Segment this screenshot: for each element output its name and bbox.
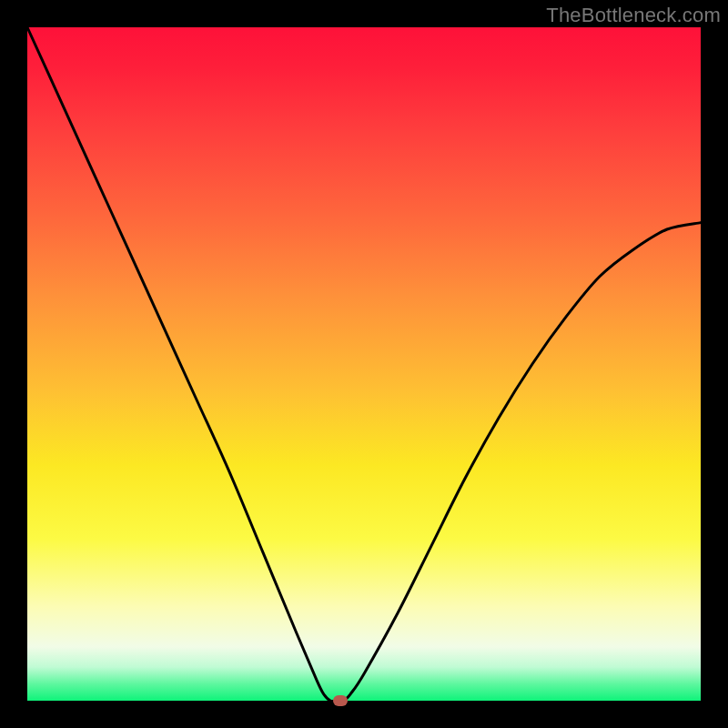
bottleneck-curve-path (27, 27, 701, 702)
minimum-marker (333, 695, 348, 706)
plot-area (27, 27, 701, 701)
watermark-text: TheBottleneck.com (546, 4, 721, 27)
curve-svg (27, 27, 701, 701)
chart-frame: TheBottleneck.com (0, 0, 728, 728)
